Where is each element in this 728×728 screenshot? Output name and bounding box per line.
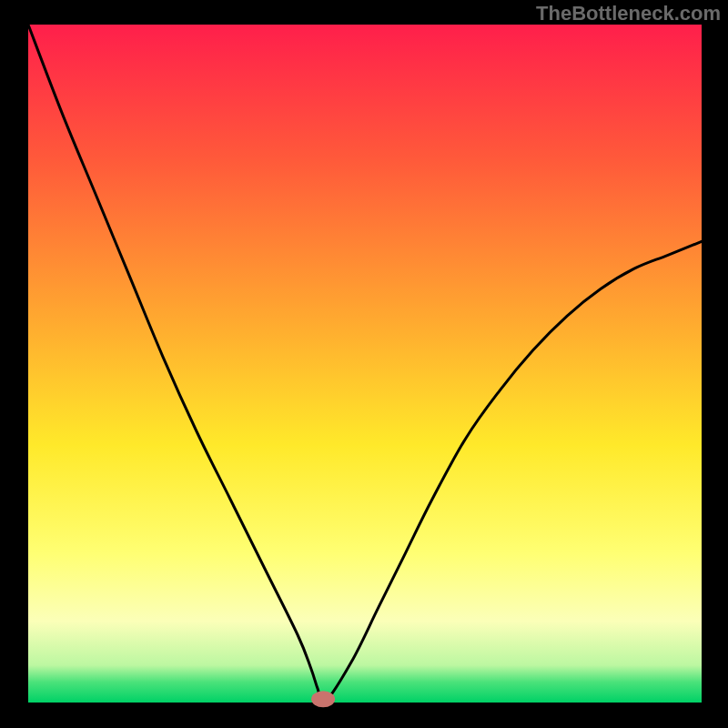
optimal-point-marker xyxy=(311,691,335,707)
bottleneck-chart xyxy=(0,0,728,728)
plot-background xyxy=(28,25,702,703)
watermark-text: TheBottleneck.com xyxy=(536,2,721,25)
chart-container: TheBottleneck.com xyxy=(0,0,728,728)
